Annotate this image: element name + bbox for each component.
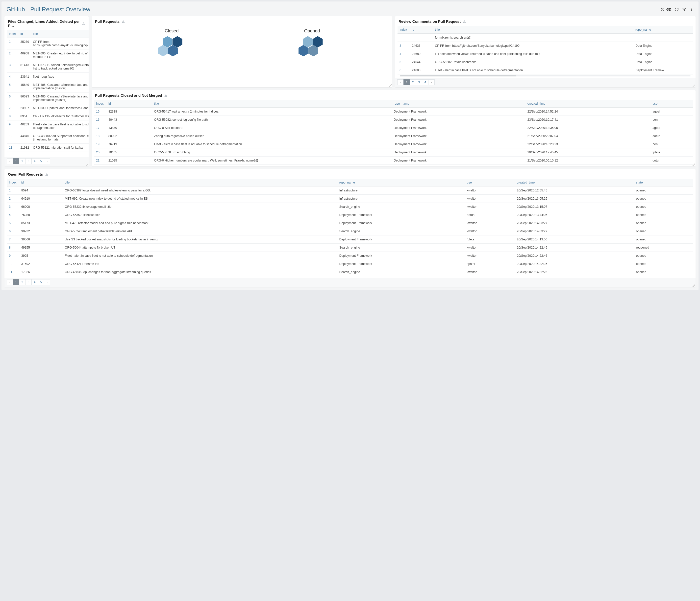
table-row[interactable]: 93925Fleet - alert in case fleet is not … xyxy=(7,252,693,260)
table-row[interactable]: 135279CP PR from https://github.com/Sany… xyxy=(7,38,89,50)
pager-prev[interactable]: ‹ xyxy=(7,279,13,285)
table-row[interactable]: 585173MET-470 refactor model and add pur… xyxy=(7,219,693,227)
table-row[interactable]: 240968MET-696: Create new index to get r… xyxy=(7,50,89,61)
table-row[interactable]: 18594ORG-55387 forge doesn't need wholes… xyxy=(7,186,693,194)
panel-files-changed: Files Changed, Lines Added, Deleted per … xyxy=(4,16,89,166)
pager-next[interactable]: › xyxy=(44,279,50,285)
more-vert-icon xyxy=(690,7,694,11)
table-row[interactable]: 88951CP - Fix CloudCollector for Custome… xyxy=(7,112,89,121)
pager-page[interactable]: 3 xyxy=(25,158,32,164)
col-state[interactable]: state xyxy=(634,179,693,186)
resize-handle[interactable] xyxy=(693,284,695,287)
col-id[interactable]: id xyxy=(19,179,63,186)
svg-rect-10 xyxy=(166,95,166,96)
table-row[interactable]: 476088ORG-55352 Titlecase titleDeploymen… xyxy=(7,211,693,219)
table-row[interactable]: 690732ORG-55240 Implement getAvailableVe… xyxy=(7,227,693,235)
table-row[interactable]: 723907MET-630: UpdatePanel for metrics P… xyxy=(7,104,89,112)
col-time[interactable]: created_time xyxy=(525,100,650,108)
pager-page[interactable]: 4 xyxy=(31,158,38,164)
resize-handle[interactable] xyxy=(693,163,695,166)
dashboard-header: GitHub - Pull Request Overview -3D xyxy=(1,1,699,16)
col-title[interactable]: title xyxy=(63,179,338,186)
review-table: Index id title repo_name for mix,remix,s… xyxy=(398,26,693,74)
pager-page[interactable]: 5 xyxy=(38,279,44,285)
table-row[interactable]: 324636CP PR from https://github.com/Sany… xyxy=(398,42,693,50)
table-row[interactable]: 849155ORG-50044 attempt to fix broken UT… xyxy=(7,244,693,252)
col-index[interactable]: Index xyxy=(94,100,106,108)
col-index[interactable]: Index xyxy=(398,26,410,34)
time-range-picker[interactable]: -3D xyxy=(661,7,671,11)
pager-page[interactable]: 1 xyxy=(13,158,19,164)
col-repo[interactable]: repo_name xyxy=(633,26,693,34)
pager-next[interactable]: › xyxy=(428,79,435,85)
col-repo[interactable]: repo_name xyxy=(338,179,465,186)
panel-title: Open Pull Requests xyxy=(8,172,43,176)
table-row[interactable]: 1640443ORG-55082: correct log config fil… xyxy=(94,116,693,124)
col-index[interactable]: Index xyxy=(7,30,19,38)
pager-page[interactable]: 4 xyxy=(31,279,38,285)
more-menu-button[interactable] xyxy=(690,7,694,11)
table-row[interactable]: 1713870ORG-0 Self-offboardDeployment Fra… xyxy=(94,124,693,132)
table-row[interactable]: 686593MET-486: CassandraStore interface … xyxy=(7,93,89,104)
pager-page[interactable]: 2 xyxy=(19,158,25,164)
refresh-button[interactable] xyxy=(675,7,679,11)
table-row[interactable]: 424680Fix scenario when viewId returned … xyxy=(398,50,693,58)
col-id[interactable]: id xyxy=(19,30,31,38)
table-row[interactable]: 381413MET-573: B. Added AcknowledgedCust… xyxy=(7,61,89,73)
table-row[interactable]: 1582338ORG-55417 wait an extra 2 minutes… xyxy=(94,108,693,116)
col-index[interactable]: Index xyxy=(7,179,19,186)
table-row[interactable]: 2121095ORG-0 Higher numbers are cooler m… xyxy=(94,157,693,165)
col-user[interactable]: user xyxy=(650,100,693,108)
table-row[interactable]: 1880902Zhong auto-regressive based outli… xyxy=(94,132,693,140)
pager-prev[interactable]: ‹ xyxy=(397,79,404,85)
svg-rect-4 xyxy=(83,23,84,24)
table-row[interactable]: 264910MET-696: Create new index to get r… xyxy=(7,194,693,203)
honeycomb-opened[interactable]: Opened xyxy=(299,28,326,61)
table-row[interactable]: 624680Fleet - alert in case fleet is not… xyxy=(398,66,693,74)
pager-next[interactable]: › xyxy=(44,158,50,164)
col-id[interactable]: id xyxy=(106,100,152,108)
table-row[interactable]: 423641fleet - bug fixes xyxy=(7,73,89,81)
table-row[interactable]: 736566Use S3 backed bucket snapshots for… xyxy=(7,235,693,244)
pager-page[interactable]: 3 xyxy=(25,279,32,285)
col-title[interactable]: title xyxy=(433,26,633,34)
table-row[interactable]: 515649MET-486: CassandraStore interface … xyxy=(7,81,89,93)
open-table: Index id title repo_name user created_ti… xyxy=(7,179,693,276)
resize-handle[interactable] xyxy=(86,163,88,166)
table-row[interactable]: for mix,remix,search anâ€¦ xyxy=(398,34,693,42)
clock-icon xyxy=(661,7,665,11)
table-row[interactable]: 524644ORG-55282 Retain linebreaksData En… xyxy=(398,58,693,66)
col-id[interactable]: id xyxy=(410,26,433,34)
pager-page[interactable]: 5 xyxy=(38,158,44,164)
pager-page[interactable]: 3 xyxy=(416,79,422,85)
pager-page[interactable]: 4 xyxy=(422,79,428,85)
refresh-icon xyxy=(675,7,679,11)
col-repo[interactable]: repo_name xyxy=(392,100,525,108)
pager-page[interactable]: 2 xyxy=(410,79,416,85)
filter-button[interactable] xyxy=(682,7,686,11)
panel-review-comments: Review Comments on Pull Request Index id… xyxy=(395,16,696,87)
col-title[interactable]: title xyxy=(152,100,392,108)
resize-handle[interactable] xyxy=(389,84,392,87)
honeycomb-closed[interactable]: Closed xyxy=(158,28,185,61)
col-title[interactable]: title xyxy=(31,30,89,38)
table-row[interactable]: 366908ORG-55232 fix overage email titleS… xyxy=(7,203,693,211)
table-row[interactable]: 2010165ORG-55378 Fix scrubbingDeployment… xyxy=(94,149,693,157)
table-row[interactable]: 940259Fleet - alert in case fleet is not… xyxy=(7,121,89,132)
files-pager: ‹12345› xyxy=(4,157,89,166)
table-row[interactable]: 1117326ORG-46836: Api changes for non-ag… xyxy=(7,268,693,276)
table-row[interactable]: 1121982ORG-55121 migration stuff for kaf… xyxy=(7,144,89,152)
table-row[interactable]: 1044846ORG-48880 Add Support for additio… xyxy=(7,132,89,144)
h-scrollbar[interactable] xyxy=(400,75,691,76)
resize-handle[interactable] xyxy=(693,84,695,87)
page-title: GitHub - Pull Request Overview xyxy=(6,6,90,13)
pager-page[interactable]: 2 xyxy=(19,279,25,285)
table-row[interactable]: 1031692ORG-55421 Rename tabDeployment Fr… xyxy=(7,260,693,268)
pager-page[interactable]: 1 xyxy=(403,79,410,85)
pager-page[interactable]: 1 xyxy=(13,279,19,285)
table-row[interactable]: 1976719Fleet - alert in case fleet is no… xyxy=(94,140,693,149)
col-user[interactable]: user xyxy=(465,179,515,186)
svg-rect-7 xyxy=(123,22,124,22)
col-time[interactable]: created_time xyxy=(515,179,634,186)
pager-prev[interactable]: ‹ xyxy=(7,158,13,164)
